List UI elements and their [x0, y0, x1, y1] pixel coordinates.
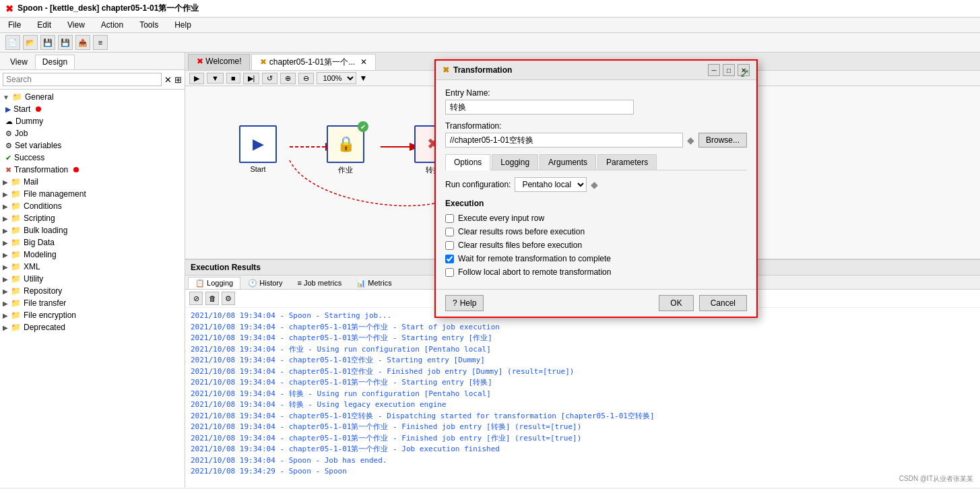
- window-title: Spoon - [kettle_desk] chapter05-1-01第一个作…: [18, 3, 199, 14]
- run-config-row: Run configuration: Pentaho local ◆: [445, 177, 747, 192]
- dialog-footer: ? Help OK Cancel: [436, 289, 756, 317]
- checkbox-row-3: Clear results files before execution: [445, 240, 747, 250]
- tree-group-scripting[interactable]: ▶ 📁 Scripting: [0, 212, 185, 224]
- dialog-tab-parameters[interactable]: Parameters: [597, 154, 657, 170]
- toolbar-save-as[interactable]: 💾: [58, 35, 73, 50]
- menu-action[interactable]: Action: [98, 19, 126, 31]
- tree-item-job[interactable]: ⚙ Job: [0, 127, 185, 139]
- zoom-out-btn[interactable]: ⊖: [298, 73, 314, 84]
- search-bar: ✕ ⊞: [0, 70, 185, 90]
- tree-group-filemanagement[interactable]: ▶ 📁 File management: [0, 188, 185, 200]
- checkbox-execute-every[interactable]: [445, 214, 454, 223]
- run-config-diamond-icon[interactable]: ◆: [591, 179, 598, 190]
- transformation-dialog[interactable]: ✖ Transformation ─ □ ✕ ⤢ Entry Name: [434, 59, 758, 318]
- menu-help[interactable]: Help: [172, 19, 194, 31]
- step-btn[interactable]: ▶|: [243, 73, 260, 84]
- folder-icon-bulk: 📁: [11, 226, 21, 235]
- options-content: Run configuration: Pentaho local ◆ Execu…: [445, 177, 747, 277]
- checkbox-label-5: Follow local abort to remote transformat…: [458, 267, 611, 277]
- checkbox-label-3: Clear results files before execution: [458, 240, 582, 250]
- tab-welcome[interactable]: ✖ Welcome!: [188, 54, 250, 70]
- folder-icon-repo: 📁: [11, 286, 21, 296]
- menu-view[interactable]: View: [65, 19, 88, 31]
- tree-item-transformation[interactable]: ✖ Transformation: [0, 164, 185, 176]
- tab-chapter[interactable]: ✖ chapter05-1-01第一个... ✕: [251, 54, 375, 70]
- tree-group-general[interactable]: ▼ 📁 General: [0, 91, 185, 103]
- tree-item-success[interactable]: ✔ Success: [0, 152, 185, 164]
- transformation-path-input[interactable]: [445, 133, 683, 148]
- log-line: 2021/10/08 19:34:29 - Spoon - Spoon: [191, 466, 975, 478]
- run-btn[interactable]: ▶: [189, 73, 204, 84]
- expand-icon[interactable]: ⊞: [174, 75, 182, 85]
- tree-group-fileencryption[interactable]: ▶ 📁 File encryption: [0, 309, 185, 321]
- tree-group-filetransfer[interactable]: ▶ 📁 File transfer: [0, 297, 185, 309]
- dialog-maximize-btn[interactable]: □: [723, 64, 735, 76]
- transformation-icon: ✖: [5, 166, 11, 174]
- stop-btn[interactable]: ■: [226, 73, 240, 84]
- dialog-tab-arguments[interactable]: Arguments: [540, 154, 596, 170]
- node-label-job: 作业: [338, 165, 353, 175]
- history-icon: 🕐: [248, 279, 257, 287]
- tree-group-utility[interactable]: ▶ 📁 Utility: [0, 273, 185, 285]
- tree-group-xml[interactable]: ▶ 📁 XML: [0, 261, 185, 273]
- watermark: CSDN @IT从业者张某某: [899, 474, 973, 484]
- help-button[interactable]: ? Help: [445, 295, 484, 311]
- node-job[interactable]: 🔒 ✔ 作业: [327, 125, 364, 175]
- checkbox-wait-remote[interactable]: [445, 255, 454, 263]
- checkbox-clear-results-rows[interactable]: [445, 228, 454, 236]
- transformation-diamond-icon[interactable]: ◆: [687, 135, 694, 145]
- menu-tools[interactable]: Tools: [137, 19, 161, 31]
- tab-view[interactable]: View: [3, 55, 35, 69]
- exec-clear-btn[interactable]: 🗑: [205, 292, 219, 305]
- refresh-btn[interactable]: ↺: [262, 73, 277, 84]
- zoom-select[interactable]: 100% 75% 150%: [317, 72, 356, 84]
- toolbar-new[interactable]: 📄: [5, 35, 20, 50]
- search-input[interactable]: [3, 73, 162, 86]
- tree-item-dummy[interactable]: ☁ Dummy: [0, 115, 185, 127]
- toolbar-save[interactable]: 💾: [40, 35, 55, 50]
- checkbox-follow-abort[interactable]: [445, 268, 454, 277]
- entry-name-input[interactable]: [445, 100, 634, 115]
- ok-button[interactable]: OK: [659, 295, 693, 311]
- tree-item-start[interactable]: ▶ Start: [0, 103, 185, 115]
- dialog-tab-options[interactable]: Options: [445, 154, 490, 170]
- tree-group-bulkloading[interactable]: ▶ 📁 Bulk loading: [0, 224, 185, 236]
- tab-design[interactable]: Design: [35, 55, 75, 69]
- tree-group-mail[interactable]: ▶ 📁 Mail: [0, 176, 185, 188]
- exec-tab-history[interactable]: 🕐 History: [240, 277, 290, 289]
- dialog-minimize-btn[interactable]: ─: [708, 64, 720, 76]
- folder-icon-conditions: 📁: [11, 201, 21, 211]
- tree-group-deprecated[interactable]: ▶ 📁 Deprecated: [0, 321, 185, 333]
- dialog-title-text: Transformation: [453, 65, 512, 75]
- exec-settings-btn[interactable]: ⚙: [222, 292, 235, 305]
- search-clear-icon[interactable]: ✕: [164, 75, 172, 85]
- toolbar-layers[interactable]: ≡: [93, 35, 108, 50]
- exec-tab-logging[interactable]: 📋 Logging: [188, 277, 240, 289]
- zoom-dropdown-icon[interactable]: ▼: [359, 73, 367, 83]
- tab-close-icon[interactable]: ✕: [360, 57, 367, 67]
- tree-group-modeling[interactable]: ▶ 📁 Modeling: [0, 249, 185, 261]
- run-config-select[interactable]: Pentaho local: [515, 177, 587, 192]
- welcome-icon: ✖: [197, 57, 203, 66]
- tree-item-setvariables[interactable]: ⚙ Set variables: [0, 139, 185, 152]
- dialog-tab-logging[interactable]: Logging: [492, 154, 538, 170]
- exec-tab-jobmetrics[interactable]: ≡ Job metrics: [290, 277, 350, 289]
- node-label-start: Start: [250, 165, 265, 173]
- run-dropdown[interactable]: ▼: [207, 73, 224, 84]
- zoom-in-btn[interactable]: ⊕: [280, 73, 296, 84]
- corner-resize-icon[interactable]: ⤢: [740, 66, 750, 81]
- exec-tab-metrics[interactable]: 📊 Metrics: [349, 277, 399, 289]
- toolbar-export[interactable]: 📤: [75, 35, 90, 50]
- tree-group-conditions[interactable]: ▶ 📁 Conditions: [0, 200, 185, 212]
- tree-group-bigdata[interactable]: ▶ 📁 Big Data: [0, 236, 185, 249]
- cancel-button[interactable]: Cancel: [699, 295, 747, 311]
- exec-stop-btn[interactable]: ⊘: [189, 292, 203, 305]
- folder-icon-utility: 📁: [11, 274, 21, 284]
- tree-group-repository[interactable]: ▶ 📁 Repository: [0, 285, 185, 297]
- toolbar-open[interactable]: 📂: [23, 35, 38, 50]
- checkbox-clear-results-files[interactable]: [445, 241, 454, 250]
- browse-button[interactable]: Browse...: [698, 133, 747, 148]
- menu-file[interactable]: File: [5, 19, 24, 31]
- node-start[interactable]: ▶ Start: [239, 125, 277, 173]
- menu-edit[interactable]: Edit: [34, 19, 54, 31]
